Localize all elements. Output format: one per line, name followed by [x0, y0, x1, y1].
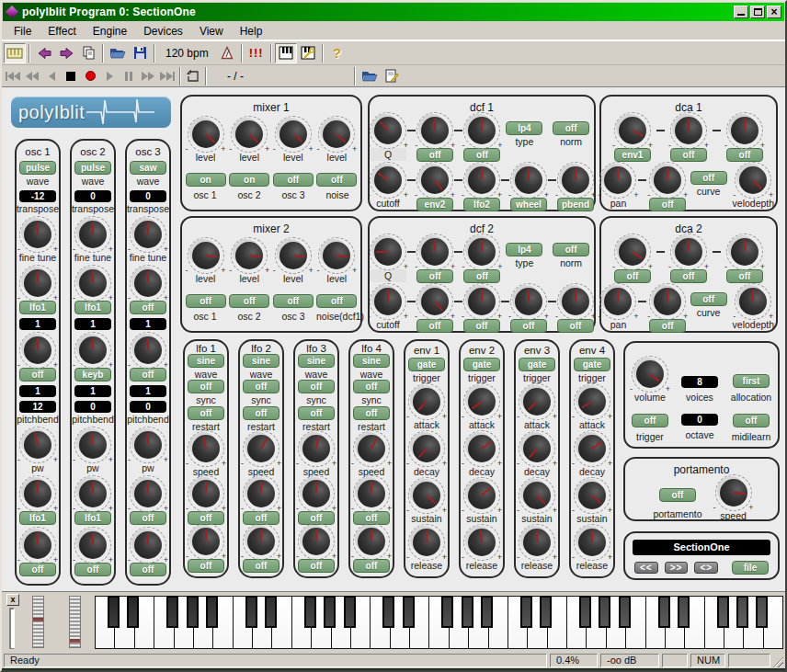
select-button[interactable]: off — [553, 243, 589, 256]
knob[interactable]: -+ — [233, 118, 266, 151]
mod-select-button[interactable]: off — [130, 368, 166, 382]
lcd-display[interactable]: 1 — [19, 318, 56, 330]
mod-select-button[interactable]: off — [463, 269, 500, 283]
save-bank-button[interactable] — [129, 43, 151, 63]
black-key[interactable] — [403, 596, 415, 628]
knob[interactable]: -+ — [76, 529, 109, 562]
mod-select-button[interactable]: off — [243, 559, 279, 573]
knob[interactable]: -+ — [559, 164, 592, 197]
knob[interactable]: -+ — [410, 526, 443, 559]
knob[interactable]: -+ — [736, 164, 770, 197]
help-button[interactable]: ? — [326, 43, 348, 63]
knob[interactable]: -+ — [371, 235, 405, 268]
select-button[interactable]: gate — [519, 358, 555, 371]
metronome-button[interactable] — [216, 43, 238, 63]
knob[interactable]: -+ — [616, 114, 649, 147]
knob[interactable]: -+ — [410, 385, 443, 418]
select-button[interactable]: off — [353, 406, 390, 420]
mod-select-button[interactable]: off — [463, 148, 500, 162]
mod-select-button[interactable]: pbend — [557, 198, 594, 211]
knob[interactable]: -+ — [21, 334, 54, 367]
knob[interactable]: -+ — [418, 114, 451, 147]
knob[interactable]: -+ — [672, 235, 705, 268]
knob[interactable]: -+ — [728, 235, 761, 268]
octave-display[interactable]: 0 — [681, 414, 718, 426]
knob[interactable]: -+ — [465, 479, 498, 512]
knob[interactable]: -+ — [520, 385, 553, 418]
mod-select-button[interactable]: lfo1 — [19, 511, 56, 525]
knob[interactable]: -+ — [131, 428, 165, 461]
rewind-button[interactable] — [23, 67, 41, 85]
keyboard-settings-button[interactable] — [297, 43, 319, 63]
black-key[interactable] — [206, 596, 218, 628]
knob[interactable]: -+ — [76, 267, 109, 300]
knob[interactable]: -+ — [465, 285, 498, 318]
open-bank-button[interactable] — [107, 43, 129, 63]
knob[interactable]: -+ — [76, 477, 109, 510]
mod-select-button[interactable]: off — [670, 269, 707, 283]
knob[interactable]: -+ — [76, 334, 109, 367]
knob[interactable]: -+ — [465, 385, 498, 418]
play-button[interactable] — [100, 67, 119, 85]
black-key[interactable] — [481, 596, 493, 628]
knob[interactable]: -+ — [76, 218, 109, 251]
select-button[interactable]: pulse — [74, 161, 111, 175]
mod-select-button[interactable]: off — [19, 368, 56, 382]
knob[interactable]: -+ — [277, 118, 310, 151]
stop-button[interactable] — [62, 67, 80, 85]
keyboard-bar-toggle-button[interactable] — [4, 43, 26, 63]
black-key[interactable] — [599, 596, 610, 628]
knob[interactable]: -+ — [300, 525, 333, 558]
edit-file-button[interactable] — [381, 66, 403, 86]
select-button[interactable]: lp4 — [506, 121, 542, 135]
load-midi-button[interactable] — [359, 66, 381, 86]
mod-select-button[interactable]: off — [726, 269, 763, 283]
loop-button[interactable] — [184, 67, 202, 85]
fast-forward-button[interactable] — [139, 67, 157, 85]
mod-select-button[interactable]: lfo1 — [74, 511, 111, 525]
lcd-display[interactable]: 1 — [74, 318, 111, 330]
knob[interactable]: -+ — [651, 285, 684, 318]
black-key[interactable] — [127, 596, 139, 628]
knob[interactable]: -+ — [512, 164, 545, 197]
lcd-display[interactable]: 0 — [74, 401, 111, 413]
black-key[interactable] — [462, 596, 473, 628]
resize-grip[interactable] — [771, 655, 783, 667]
lcd-display[interactable]: -12 — [19, 190, 56, 202]
channel-switch-button[interactable]: on — [229, 173, 269, 187]
mod-select-button[interactable]: keyb — [74, 368, 111, 382]
select-button[interactable]: off — [690, 292, 727, 306]
black-key[interactable] — [520, 596, 532, 628]
pitch-wheel[interactable] — [32, 596, 44, 648]
volume-knob[interactable]: -+ — [633, 358, 667, 391]
lcd-display[interactable]: 1 — [130, 318, 166, 330]
select-button[interactable]: off — [188, 380, 224, 393]
knob[interactable]: -+ — [277, 239, 310, 272]
black-key[interactable] — [265, 596, 277, 628]
voices-display[interactable]: 8 — [681, 376, 718, 388]
mod-select-button[interactable]: lfo1 — [19, 301, 56, 314]
select-button[interactable]: gate — [574, 358, 610, 371]
portamento-switch-button[interactable]: off — [659, 488, 696, 502]
skip-end-button[interactable] — [158, 67, 177, 85]
knob[interactable]: -+ — [300, 432, 333, 465]
next-program-button[interactable] — [55, 43, 77, 63]
select-button[interactable]: off — [243, 406, 279, 420]
knob[interactable]: -+ — [465, 235, 498, 268]
channel-switch-button[interactable]: on — [186, 173, 226, 187]
black-key[interactable] — [658, 596, 670, 628]
select-button[interactable]: gate — [408, 358, 445, 371]
menu-item-devices[interactable]: Devices — [135, 23, 191, 40]
select-button[interactable]: pulse — [19, 161, 56, 175]
lcd-display[interactable]: 0 — [74, 190, 111, 202]
knob[interactable]: -+ — [465, 164, 498, 197]
trigger-button[interactable]: off — [632, 414, 668, 427]
mod-select-button[interactable]: off — [298, 559, 335, 573]
black-key[interactable] — [678, 596, 690, 628]
menu-item-file[interactable]: File — [6, 23, 40, 40]
program-prev-button[interactable]: << — [634, 562, 658, 574]
knob[interactable]: -+ — [320, 118, 353, 151]
allocation-button[interactable]: first — [733, 374, 770, 388]
program-swap-button[interactable]: <> — [694, 562, 718, 574]
minimize-button[interactable] — [734, 6, 748, 18]
